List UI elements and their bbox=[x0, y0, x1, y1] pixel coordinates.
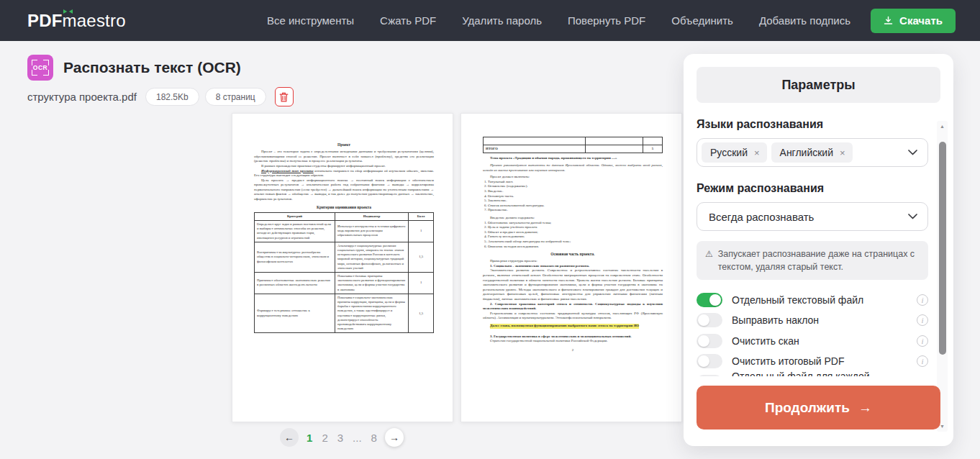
doc-block: Проект рекомендуется выполнять по данным… bbox=[483, 163, 663, 173]
chevron-down-icon bbox=[908, 214, 917, 219]
scroll-down-icon[interactable]: ▼ bbox=[940, 421, 945, 432]
nav-link[interactable]: Удалить пароль bbox=[462, 14, 542, 27]
doc-block: 1. Обоснование актуальности данной темы;… bbox=[483, 221, 663, 250]
languages-label: Языки распознавания bbox=[697, 118, 940, 131]
page-numbers: 123...8 bbox=[305, 432, 378, 444]
nav-link[interactable]: Добавить подпись bbox=[759, 14, 850, 27]
language-tag-label: Английский bbox=[780, 147, 833, 158]
download-icon bbox=[884, 16, 893, 25]
toggle-knob bbox=[698, 335, 709, 347]
next-page-button[interactable]: → bbox=[385, 428, 404, 447]
mode-select[interactable]: Всегда распознавать bbox=[697, 202, 928, 231]
mode-label: Режим распознавания bbox=[697, 182, 940, 195]
toggle-label: Очистить скан bbox=[732, 335, 799, 347]
download-label: Скачать bbox=[899, 14, 943, 27]
nav-link[interactable]: Сжать PDF bbox=[380, 14, 436, 27]
arrow-left-icon: ← bbox=[284, 432, 294, 443]
doc-block: В рамках прохождения практики студенты ф… bbox=[254, 164, 434, 169]
nav-link[interactable]: Повернуть PDF bbox=[568, 14, 645, 27]
arrow-right-icon: → bbox=[389, 432, 399, 443]
logo-rest: aestro bbox=[77, 11, 126, 30]
info-icon[interactable]: i bbox=[917, 294, 928, 306]
logo[interactable]: PDFmaestro bbox=[27, 11, 126, 31]
doc-block: 2 bbox=[483, 348, 663, 353]
page-number[interactable]: 8 bbox=[370, 432, 378, 444]
toggle-row: Очистить скан i bbox=[697, 330, 928, 351]
toggle-label: Выправить наклон bbox=[732, 314, 819, 326]
doc-block: Стратегия государственной национальной п… bbox=[483, 339, 663, 344]
doc-block: Экономическое развитие региона. Современ… bbox=[483, 268, 663, 301]
languages-select[interactable]: Русский×Английский× bbox=[697, 138, 928, 167]
continue-button[interactable]: Продолжить → bbox=[697, 386, 940, 430]
doc-block: Ретроспектива и современное состояние тр… bbox=[483, 312, 663, 321]
info-icon[interactable]: i bbox=[917, 376, 928, 377]
toggle-switch[interactable] bbox=[697, 334, 722, 348]
warning-icon: ⚠ bbox=[705, 247, 713, 273]
info-icon[interactable]: i bbox=[917, 335, 928, 347]
nav-links: Все инструментыСжать PDFУдалить парольПо… bbox=[267, 14, 850, 27]
language-tag[interactable]: Русский× bbox=[702, 142, 767, 163]
mode-notice-text: Запускает распознавание даже на страница… bbox=[718, 247, 920, 273]
info-icon[interactable]: i bbox=[917, 355, 928, 367]
doc-block: КритерийИндикаторБаллОпределяет круг зад… bbox=[254, 212, 434, 334]
language-tags: Русский×Английский× bbox=[702, 142, 853, 163]
toggle-row: Выправить наклон i bbox=[697, 310, 928, 331]
file-size-badge: 182.5Kb bbox=[145, 88, 199, 106]
doc-block: Далее глава, посвященная функционировани… bbox=[490, 324, 639, 329]
doc-block: 1. Социально - экономические показатели … bbox=[483, 264, 663, 269]
mode-notice: ⚠ Запускает распознавание даже на страни… bbox=[697, 241, 928, 280]
page-number[interactable]: 2 bbox=[320, 432, 329, 444]
download-button[interactable]: Скачать bbox=[871, 9, 956, 33]
doc-block: 2. Современная трактовка категорий этнос… bbox=[483, 302, 663, 312]
remove-tag-icon[interactable]: × bbox=[840, 147, 845, 158]
toggle-switch[interactable] bbox=[697, 293, 722, 307]
toggle-row: Отдельный текстовый файл i bbox=[697, 289, 928, 310]
doc-block: Критерии оценивания проекта bbox=[254, 205, 434, 210]
trash-icon bbox=[279, 92, 289, 102]
panel-scrollbar[interactable]: ▲ ▼ bbox=[937, 121, 948, 432]
continue-label: Продолжить bbox=[765, 400, 850, 416]
doc-block: 1. Титульный лист.2. Оглавление (содержа… bbox=[483, 180, 663, 213]
toggle-options: Отдельный текстовый файл i Выправить нак… bbox=[697, 289, 928, 376]
remove-tag-icon[interactable]: × bbox=[754, 147, 760, 158]
toggle-knob bbox=[698, 355, 709, 367]
page-number[interactable]: 3 bbox=[336, 432, 345, 444]
toggle-knob bbox=[698, 314, 709, 326]
logo-pdf: PDF bbox=[27, 11, 63, 30]
arrow-right-icon: → bbox=[858, 400, 872, 416]
doc-block: Цель проекта → предмет информационного п… bbox=[254, 178, 434, 202]
doc-block: Введение должно содержать: bbox=[483, 216, 663, 221]
doc-block: 3. Государственная политика в сфере межэ… bbox=[483, 335, 663, 340]
scrollbar-thumb[interactable] bbox=[939, 142, 946, 355]
toggle-switch[interactable] bbox=[697, 354, 722, 368]
scrollbar-track[interactable] bbox=[937, 132, 948, 421]
doc-block: Основная часть проекта. bbox=[483, 252, 663, 257]
pagination: ← 123...8 → bbox=[0, 428, 684, 447]
top-nav: PDFmaestro Все инструментыСжать PDFУдали… bbox=[0, 0, 980, 41]
delete-file-button[interactable] bbox=[275, 87, 294, 106]
panel-title: Параметры bbox=[697, 67, 940, 103]
file-pages-badge: 8 страниц bbox=[205, 88, 266, 106]
doc-block: Информационный тип проекта изначально на… bbox=[254, 169, 434, 178]
nav-link[interactable]: Все инструменты bbox=[267, 14, 354, 27]
ocr-scan-icon: OCR bbox=[27, 55, 53, 81]
toggle-switch[interactable] bbox=[697, 313, 722, 327]
info-icon[interactable]: i bbox=[917, 314, 928, 326]
toggle-switch[interactable] bbox=[697, 375, 722, 377]
language-tag[interactable]: Английский× bbox=[771, 142, 853, 163]
scroll-up-icon[interactable]: ▲ bbox=[940, 121, 945, 132]
title-row: OCR Распознать текст (OCR) bbox=[27, 55, 241, 81]
page-number[interactable]: 1 bbox=[305, 432, 314, 444]
doc-block: Проект должен включать: bbox=[483, 175, 663, 180]
page-number[interactable]: ... bbox=[351, 432, 363, 444]
toggle-knob bbox=[698, 376, 709, 377]
page-title: Распознать текст (OCR) bbox=[63, 59, 241, 76]
pdf-preview-page-2: ИТОГО5Тема проекта «Традиции и обычаи на… bbox=[460, 113, 682, 422]
nav-link[interactable]: Объединить bbox=[671, 14, 733, 27]
prev-page-button[interactable]: ← bbox=[280, 428, 299, 447]
doc-block: Проект bbox=[254, 142, 434, 147]
pdf-preview-page-1: ПроектПроект – это некоторая задача с оп… bbox=[232, 113, 453, 422]
logo-m: m bbox=[63, 11, 77, 31]
mode-select-value: Всегда распознавать bbox=[709, 211, 814, 223]
doc-block: Примерная структура проекта: bbox=[483, 259, 663, 264]
